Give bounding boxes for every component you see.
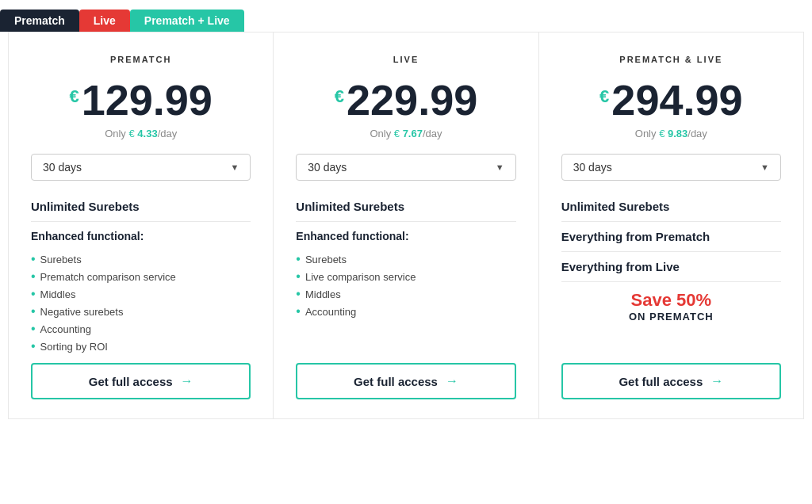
on-prematch: ON PREMATCH [561, 311, 781, 323]
everything-live: Everything from Live [561, 260, 781, 273]
list-item: Middles [296, 285, 515, 303]
list-item: Prematch comparison service [31, 268, 251, 285]
divider-live [296, 221, 515, 222]
cta-live[interactable]: Get full access → [296, 363, 515, 399]
price-prematch-live: 294.99 [611, 78, 742, 121]
price-live: 229.99 [347, 78, 477, 121]
euro-live: € [335, 86, 344, 107]
days-select-live[interactable]: 30 days ▼ [296, 154, 515, 181]
everything-prematch: Everything from Prematch [561, 230, 781, 243]
arrow-right-icon: → [181, 374, 193, 388]
per-day-prematch-live: Only € 9.83/day [635, 128, 707, 139]
feature-list-prematch: Surebets Prematch comparison service Mid… [31, 250, 251, 355]
cta-prematch[interactable]: Get full access → [31, 363, 251, 399]
arrow-right-icon: → [446, 374, 458, 388]
features-prematch: Unlimited Surebets Enhanced functional: … [31, 200, 251, 355]
plan-label-prematch-live: PREMATCH & LIVE [619, 55, 722, 64]
save-badge: Save 50% ON PREMATCH [561, 290, 781, 323]
save-percent: Save 50% [561, 290, 781, 311]
features-live: Unlimited Surebets Enhanced functional: … [296, 200, 515, 320]
card-prematch: PREMATCH € 129.99 Only € 4.33/day 30 day… [8, 32, 274, 419]
chevron-down-icon: ▼ [230, 162, 239, 172]
per-day-live: Only € 7.67/day [370, 128, 442, 139]
page-wrapper: Prematch Live Prematch + Live PREMATCH €… [0, 0, 812, 419]
price-row-prematch: € 129.99 [69, 78, 212, 121]
enhanced-label-live: Enhanced functional: [296, 230, 515, 242]
per-day-value-live: € 7.67 [394, 128, 423, 139]
divider-pl-1 [561, 221, 781, 222]
chevron-down-icon: ▼ [496, 162, 504, 172]
list-item: Surebets [296, 250, 515, 268]
unlimited-surebets-prematch: Unlimited Surebets [31, 200, 251, 213]
price-row-live: € 229.99 [335, 78, 477, 121]
unlimited-surebets-pl: Unlimited Surebets [561, 200, 781, 213]
arrow-right-icon: → [710, 374, 723, 388]
tab-prematch-live[interactable]: Prematch + Live [130, 10, 244, 32]
enhanced-label-prematch: Enhanced functional: [31, 230, 251, 242]
list-item: Negative surebets [31, 303, 251, 320]
tab-prematch[interactable]: Prematch [0, 10, 79, 32]
euro-prematch: € [69, 86, 79, 107]
euro-prematch-live: € [599, 86, 609, 107]
days-select-prematch-live[interactable]: 30 days ▼ [561, 154, 781, 181]
list-item: Sorting by ROI [31, 338, 251, 355]
list-item: Middles [31, 285, 251, 303]
per-day-value-prematch: € 4.33 [128, 128, 157, 139]
unlimited-surebets-live: Unlimited Surebets [296, 200, 515, 213]
price-prematch: 129.99 [82, 78, 213, 121]
chevron-down-icon: ▼ [760, 162, 769, 172]
price-row-prematch-live: € 294.99 [599, 78, 742, 121]
feature-list-live: Surebets Live comparison service Middles… [296, 250, 515, 320]
card-live: LIVE € 229.99 Only € 7.67/day 30 days ▼ … [274, 32, 538, 419]
tab-live[interactable]: Live [79, 10, 130, 32]
list-item: Live comparison service [296, 268, 515, 285]
divider-pl-3 [561, 281, 781, 282]
list-item: Accounting [296, 303, 515, 320]
divider-prematch [31, 221, 251, 222]
per-day-prematch: Only € 4.33/day [105, 128, 177, 139]
pricing-cards: PREMATCH € 129.99 Only € 4.33/day 30 day… [0, 32, 812, 419]
per-day-value-prematch-live: € 9.83 [659, 128, 688, 139]
tab-bar: Prematch Live Prematch + Live [0, 0, 812, 32]
plan-label-prematch: PREMATCH [110, 55, 172, 64]
divider-pl-2 [561, 251, 781, 252]
list-item: Surebets [31, 250, 251, 268]
list-item: Accounting [31, 320, 251, 338]
days-select-prematch[interactable]: 30 days ▼ [31, 154, 251, 181]
cta-prematch-live[interactable]: Get full access → [561, 363, 781, 399]
features-prematch-live: Unlimited Surebets Everything from Prema… [561, 200, 781, 329]
plan-label-live: LIVE [393, 55, 419, 64]
card-prematch-live: PREMATCH & LIVE € 294.99 Only € 9.83/day… [539, 32, 804, 419]
